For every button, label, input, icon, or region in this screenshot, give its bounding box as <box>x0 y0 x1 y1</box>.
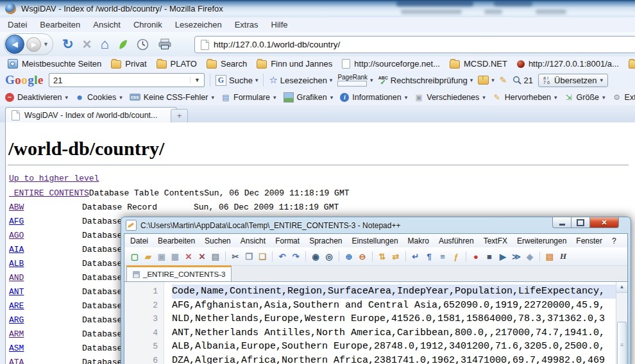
translate-button[interactable]: aí 7ö Übersetzen ▾ <box>538 74 608 87</box>
bookmark-item[interactable]: Tree Samples <box>626 59 635 69</box>
print-button[interactable] <box>158 38 172 50</box>
bookmark-item[interactable]: MCSD.NET <box>447 59 510 69</box>
word-wrap-icon[interactable]: ↵ <box>410 251 421 262</box>
directory-entry-link[interactable]: ASM <box>9 343 82 353</box>
save-all-icon[interactable]: ▦ <box>169 251 181 262</box>
macro-save-icon[interactable]: ◈ <box>524 251 536 262</box>
redo-icon[interactable]: ↷ <box>290 251 301 262</box>
code-line[interactable]: ANT,Netherlands Antilles,North America,C… <box>172 326 616 340</box>
chevron-down-icon[interactable]: ▾ <box>370 77 373 83</box>
bookmark-item[interactable]: Finn und Jannes <box>254 59 335 69</box>
search-dropdown-icon[interactable]: ▼ <box>190 77 204 83</box>
toolbar-button[interactable] <box>466 251 466 261</box>
toolbar-button[interactable] <box>225 251 226 261</box>
menu-item[interactable]: Bearbeiten <box>40 20 80 29</box>
webdev-menu-button[interactable]: css Keine CSS-Fehler ▾ <box>130 93 214 102</box>
chevron-down-icon[interactable]: ▾ <box>470 77 473 83</box>
undo-icon[interactable]: ↶ <box>276 251 288 262</box>
code-line[interactable]: AFG,Afghanistan,Asia,Southern and Centra… <box>172 299 616 313</box>
paste-icon[interactable]: ❏ <box>257 251 268 262</box>
new-file-icon[interactable]: ▢ <box>129 251 140 262</box>
macro-record-icon[interactable]: ● <box>470 251 482 262</box>
menu-item[interactable]: Sprachen <box>309 236 342 245</box>
code-line[interactable]: DZA,Algeria,Africa,Northern Africa,23817… <box>172 354 616 364</box>
macro-play-icon[interactable]: ▶ <box>497 251 509 262</box>
close-button[interactable]: ✕ <box>590 217 619 228</box>
webdev-menu-button[interactable]: ✎ Hervorheben ▾ <box>493 93 557 102</box>
back-button[interactable]: ◀ <box>5 35 24 54</box>
directory-entry-link[interactable]: ANT <box>9 287 82 297</box>
save-icon[interactable]: ▣ <box>156 251 167 262</box>
menu-item[interactable]: Format <box>275 236 300 245</box>
html-preview-icon[interactable]: H <box>557 251 569 262</box>
webdev-menu-button[interactable]: ⇲ Größe ▾ <box>564 93 605 102</box>
up-to-higher-level-link[interactable]: Up to higher level <box>9 174 99 183</box>
scroll-up-arrow-icon[interactable]: ▲ <box>616 282 627 293</box>
menu-item[interactable]: Erweiterungen <box>517 236 566 245</box>
webdev-menu-button[interactable]: ▤ Formulare ▾ <box>221 93 276 102</box>
zoom-indicator[interactable]: 21 <box>512 76 533 85</box>
menu-item[interactable]: Einstellungen <box>352 236 398 245</box>
webdev-menu-button[interactable]: – Deaktivieren ▾ <box>5 93 68 102</box>
home-button[interactable]: ⌂ <box>101 37 109 51</box>
menu-item[interactable]: Suchen <box>205 236 231 245</box>
menu-item[interactable]: Bearbeiten <box>158 236 195 245</box>
code-line[interactable]: ALB,Albania,Europe,Southern Europe,28748… <box>172 340 616 354</box>
chevron-down-icon[interactable]: ▾ <box>491 77 495 83</box>
chevron-down-icon[interactable]: ▾ <box>330 77 333 83</box>
directory-entry-link[interactable]: AND <box>9 273 82 283</box>
send-to-button[interactable]: ▾ <box>478 76 495 85</box>
editor-area[interactable]: 123456 Code,Name,Continent,Region,Surfac… <box>124 281 627 364</box>
url-bar[interactable]: http://127.0.0.1/world-db/country/ <box>194 36 635 53</box>
chevron-down-icon[interactable]: ▾ <box>255 77 258 83</box>
google-search-button[interactable]: G Suche ▾ <box>216 75 258 86</box>
directory-entry-link[interactable]: ARM <box>9 329 82 339</box>
vertical-scrollbar[interactable]: ▲ ≡ <box>616 282 627 364</box>
toolbar-button[interactable] <box>305 251 306 261</box>
chevron-down-icon[interactable]: ▾ <box>600 77 604 83</box>
macro-run-multiple-icon[interactable]: ≫ <box>511 251 522 262</box>
google-bookmarks-button[interactable]: ☆ Lesezeichen ▾ <box>269 74 332 86</box>
menu-item[interactable]: Lesezeichen <box>175 20 222 29</box>
pagerank-widget[interactable]: PageRank ▾ <box>337 74 373 87</box>
toolbar-button[interactable] <box>339 251 339 261</box>
bookmark-item[interactable]: PLATO <box>154 59 199 69</box>
zoom-in-icon[interactable]: ⊕ <box>343 251 355 262</box>
function-list-icon[interactable]: ƒ <box>450 251 462 262</box>
reload-button[interactable]: ↻ <box>62 37 74 52</box>
bookmark-item[interactable]: Meistbesuchte Seiten <box>5 59 104 69</box>
bookmark-item[interactable]: http://127.0.0.1:8001/a... <box>514 59 622 69</box>
menu-item[interactable]: Ansicht <box>93 20 121 29</box>
doc-switcher-icon[interactable]: ▤ <box>544 251 555 262</box>
find-icon[interactable]: ◉ <box>310 251 321 262</box>
directory-entry-link[interactable]: ARG <box>9 315 82 325</box>
code-line[interactable]: Code,Name,Continent,Region,SurfaceArea,I… <box>172 285 616 299</box>
text-content[interactable]: Code,Name,Continent,Region,SurfaceArea,I… <box>172 282 616 364</box>
menu-item[interactable]: Datei <box>8 20 27 29</box>
directory-entry-link[interactable]: AGO <box>9 231 82 240</box>
webdev-menu-button[interactable]: ▣ Verschiedenes ▾ <box>414 93 486 102</box>
macro-stop-icon[interactable]: ■ <box>484 251 495 262</box>
document-tab[interactable]: _ENTIRE_CONTENTS-3 <box>126 265 232 281</box>
show-symbols-icon[interactable]: ¶ <box>423 251 435 262</box>
bookmark-item[interactable]: http://sourceforge.net... <box>339 59 443 69</box>
menu-item[interactable]: Datei <box>130 236 148 245</box>
indent-guide-icon[interactable]: ≡ <box>437 251 448 262</box>
directory-entry-link[interactable]: ATA <box>9 358 82 364</box>
menu-item[interactable]: Makro <box>408 236 429 245</box>
history-dropdown-icon[interactable]: ▼ <box>43 41 49 47</box>
bookmark-item[interactable]: Privat <box>108 59 149 69</box>
webdev-menu-button[interactable]: i Informationen ▾ <box>340 93 407 102</box>
google-search-value[interactable]: 21 <box>53 76 62 85</box>
history-clock-icon[interactable] <box>137 38 149 51</box>
replace-icon[interactable]: ◎ <box>323 251 335 262</box>
toolbar-button[interactable] <box>272 251 273 261</box>
directory-entry-link[interactable]: _ENTIRE_CONTENTS <box>9 188 89 198</box>
directory-entry-link[interactable]: AIA <box>9 245 82 254</box>
sync-horizontal-icon[interactable]: ⇄ <box>390 251 402 262</box>
menu-item[interactable]: Extras <box>235 20 258 29</box>
maximize-button[interactable] <box>572 217 590 228</box>
zoom-out-icon[interactable]: ⊖ <box>357 251 368 262</box>
feed-reader-icon[interactable] <box>118 39 128 50</box>
google-search-box[interactable]: 21 ▼ <box>49 73 205 87</box>
